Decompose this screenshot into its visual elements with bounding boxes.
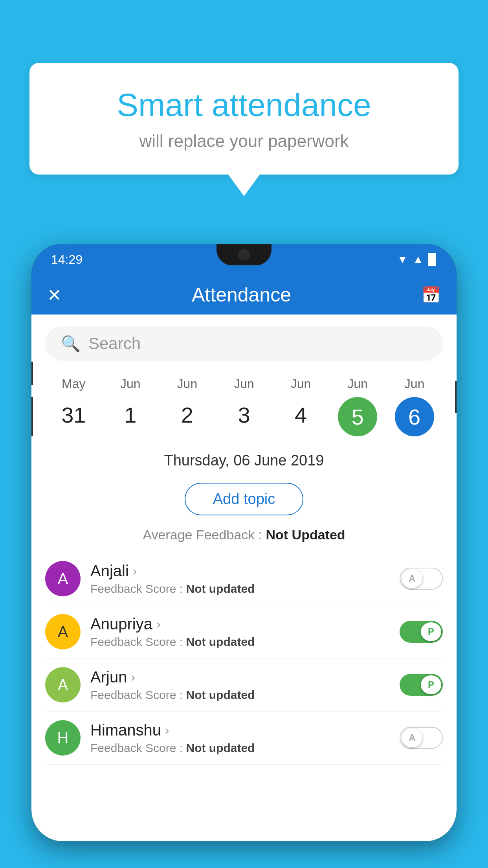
feedback-score-0: Feedback Score : Not updated <box>90 582 390 596</box>
calendar-icon[interactable]: 📅 <box>421 286 441 304</box>
status-icons: ▼ ▲ ▉ <box>397 253 437 266</box>
app-header: ✕ Attendance 📅 <box>31 275 457 314</box>
phone: 14:29 ▼ ▲ ▉ ✕ Attendance 📅 🔍 Search <box>31 244 457 841</box>
hero-subtitle: will replace your paperwork <box>61 131 427 151</box>
cal-date-2: 2 <box>169 397 205 432</box>
calendar-day-1[interactable]: Jun1 <box>109 377 152 432</box>
hero-title: Smart attendance <box>61 86 427 123</box>
cal-date-3: 3 <box>226 397 262 432</box>
attendance-toggle-3[interactable]: A <box>400 727 443 749</box>
status-time: 14:29 <box>51 252 83 267</box>
calendar-day-2[interactable]: Jun2 <box>165 377 209 432</box>
calendar-day-6[interactable]: Jun6 <box>393 377 436 436</box>
student-list: AAnjali ›Feedback Score : Not updatedAAA… <box>31 552 457 765</box>
screen-content: 🔍 Search May31Jun1Jun2Jun3Jun4Jun5Jun6 T… <box>31 314 457 841</box>
feedback-score-2: Feedback Score : Not updated <box>90 688 390 702</box>
chevron-icon-2: › <box>131 670 135 684</box>
camera <box>238 249 250 260</box>
calendar-strip: May31Jun1Jun2Jun3Jun4Jun5Jun6 <box>31 369 457 444</box>
cal-month-1: Jun <box>120 377 141 391</box>
speech-bubble: Smart attendance will replace your paper… <box>29 63 459 175</box>
cal-date-4: 4 <box>283 397 319 432</box>
avg-feedback-label: Average Feedback : <box>143 527 266 542</box>
attendance-toggle-0[interactable]: A <box>400 568 443 590</box>
avatar-2: A <box>45 667 81 702</box>
search-placeholder: Search <box>88 334 141 353</box>
cal-date-6: 6 <box>395 397 434 436</box>
feedback-score-3: Feedback Score : Not updated <box>90 741 390 755</box>
attendance-toggle-2[interactable]: P <box>400 674 443 696</box>
cal-date-5: 5 <box>338 397 377 436</box>
power-button <box>455 381 457 413</box>
battery-icon: ▉ <box>428 253 437 266</box>
student-info-0: Anjali ›Feedback Score : Not updated <box>90 562 390 596</box>
attendance-toggle-1[interactable]: P <box>400 621 443 643</box>
close-button[interactable]: ✕ <box>47 285 62 305</box>
cal-month-4: Jun <box>291 377 311 391</box>
cal-date-1: 1 <box>113 397 148 432</box>
volume-down-button <box>31 397 33 436</box>
search-bar[interactable]: 🔍 Search <box>45 326 443 361</box>
chevron-icon-0: › <box>133 564 137 578</box>
student-item-0[interactable]: AAnjali ›Feedback Score : Not updatedA <box>45 552 443 605</box>
avatar-1: A <box>45 614 81 649</box>
toggle-knob-1: P <box>421 622 441 641</box>
avg-feedback-value: Not Updated <box>266 527 345 542</box>
toggle-knob-0: A <box>402 569 422 588</box>
student-item-3[interactable]: HHimanshu ›Feedback Score : Not updatedA <box>45 712 443 765</box>
phone-wrapper: 14:29 ▼ ▲ ▉ ✕ Attendance 📅 🔍 Search <box>31 244 457 868</box>
selected-date: Thursday, 06 June 2019 <box>31 444 457 477</box>
average-feedback: Average Feedback : Not Updated <box>31 521 457 552</box>
calendar-day-4[interactable]: Jun4 <box>279 377 323 432</box>
cal-month-5: Jun <box>347 377 368 391</box>
calendar-day-0[interactable]: May31 <box>52 377 95 432</box>
student-info-1: Anupriya ›Feedback Score : Not updated <box>90 615 390 649</box>
search-icon: 🔍 <box>61 335 81 353</box>
speech-bubble-tail <box>228 175 260 196</box>
avatar-0: A <box>45 561 81 596</box>
cal-month-2: Jun <box>177 377 198 391</box>
student-info-3: Himanshu ›Feedback Score : Not updated <box>90 721 390 755</box>
wifi-icon: ▼ <box>397 253 408 266</box>
cal-month-0: May <box>62 377 85 391</box>
app-title: Attendance <box>192 283 291 306</box>
student-item-1[interactable]: AAnupriya ›Feedback Score : Not updatedP <box>45 605 443 658</box>
avatar-3: H <box>45 720 81 756</box>
cal-month-3: Jun <box>234 377 254 391</box>
toggle-knob-2: P <box>421 675 441 694</box>
notch <box>216 244 272 265</box>
calendar-day-5[interactable]: Jun5 <box>336 377 379 436</box>
student-name-1: Anupriya › <box>90 615 390 633</box>
chevron-icon-1: › <box>156 617 161 631</box>
cal-date-0: 31 <box>56 397 91 432</box>
cal-month-6: Jun <box>404 377 425 391</box>
feedback-score-1: Feedback Score : Not updated <box>90 635 390 649</box>
volume-up-button <box>31 362 33 385</box>
add-topic-button[interactable]: Add topic <box>185 483 303 515</box>
student-info-2: Arjun ›Feedback Score : Not updated <box>90 668 390 702</box>
calendar-day-3[interactable]: Jun3 <box>222 377 266 432</box>
student-name-0: Anjali › <box>90 562 390 580</box>
chevron-icon-3: › <box>165 723 169 737</box>
student-name-3: Himanshu › <box>90 721 390 739</box>
signal-icon: ▲ <box>413 253 424 266</box>
toggle-knob-3: A <box>402 728 422 747</box>
status-bar: 14:29 ▼ ▲ ▉ <box>31 244 457 275</box>
student-name-2: Arjun › <box>90 668 390 686</box>
student-item-2[interactable]: AArjun ›Feedback Score : Not updatedP <box>45 658 443 712</box>
speech-bubble-container: Smart attendance will replace your paper… <box>29 63 459 196</box>
